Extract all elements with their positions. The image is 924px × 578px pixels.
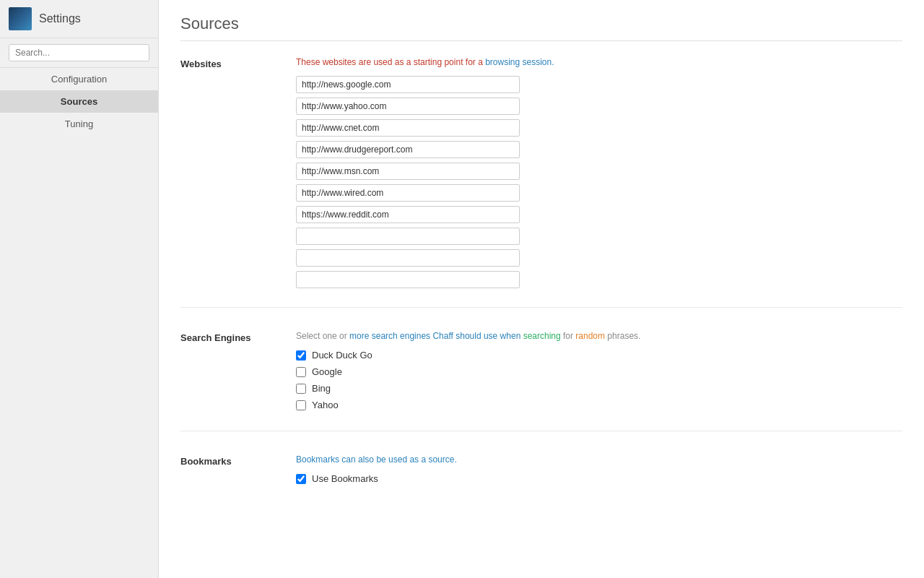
websites-label: Websites — [180, 56, 296, 69]
search-input[interactable] — [9, 44, 149, 61]
sidebar-item-configuration[interactable]: Configuration — [0, 68, 158, 90]
url-input-2[interactable] — [296, 98, 520, 115]
url-input-1[interactable] — [296, 76, 520, 93]
search-engines-section: Search Engines Select one or more search… — [180, 329, 902, 431]
search-engines-label: Search Engines — [180, 329, 296, 343]
sidebar: Settings Configuration Sources Tuning — [0, 0, 159, 578]
search-engines-content: Select one or more search engines Chaff … — [296, 329, 902, 416]
checkbox-yahoo-label[interactable]: Yahoo — [312, 400, 339, 410]
url-input-9[interactable] — [296, 249, 520, 267]
checkbox-google-input[interactable] — [296, 367, 306, 377]
checkbox-bing-input[interactable] — [296, 384, 306, 394]
websites-section: Websites These websites are used as a st… — [180, 56, 902, 308]
checkbox-duckduckgo-label[interactable]: Duck Duck Go — [312, 350, 372, 361]
url-input-5[interactable] — [296, 163, 520, 180]
checkbox-yahoo: Yahoo — [296, 400, 902, 410]
sidebar-item-tuning[interactable]: Tuning — [0, 113, 158, 135]
websites-description: These websites are used as a starting po… — [296, 56, 902, 69]
url-input-10[interactable] — [296, 271, 520, 288]
sidebar-header: Settings — [0, 0, 158, 38]
checkbox-bing-label[interactable]: Bing — [312, 383, 331, 394]
checkbox-google-label[interactable]: Google — [312, 366, 342, 377]
checkbox-bing: Bing — [296, 383, 902, 394]
bookmarks-label: Bookmarks — [180, 453, 296, 467]
app-icon — [9, 7, 32, 30]
search-box-wrapper — [0, 38, 158, 68]
app-title: Settings — [39, 12, 81, 25]
checkbox-use-bookmarks: Use Bookmarks — [296, 473, 902, 484]
checkbox-use-bookmarks-input[interactable] — [296, 474, 306, 484]
bookmarks-content: Bookmarks can also be used as a source. … — [296, 453, 902, 490]
url-input-3[interactable] — [296, 119, 520, 137]
bookmarks-section: Bookmarks Bookmarks can also be used as … — [180, 453, 902, 504]
page-title: Sources — [180, 14, 902, 41]
main-content: Sources Websites These websites are used… — [159, 0, 924, 578]
checkbox-google: Google — [296, 366, 902, 377]
url-input-8[interactable] — [296, 228, 520, 245]
bookmarks-description: Bookmarks can also be used as a source. — [296, 453, 902, 466]
checkbox-duckduckgo: Duck Duck Go — [296, 350, 902, 361]
url-input-7[interactable] — [296, 206, 520, 223]
sidebar-item-sources[interactable]: Sources — [0, 90, 158, 113]
checkbox-yahoo-input[interactable] — [296, 400, 306, 410]
websites-content: These websites are used as a starting po… — [296, 56, 902, 293]
url-input-6[interactable] — [296, 184, 520, 202]
url-input-4[interactable] — [296, 141, 520, 158]
search-engines-description: Select one or more search engines Chaff … — [296, 329, 902, 342]
checkbox-duckduckgo-input[interactable] — [296, 350, 306, 361]
checkbox-use-bookmarks-label[interactable]: Use Bookmarks — [312, 473, 378, 484]
